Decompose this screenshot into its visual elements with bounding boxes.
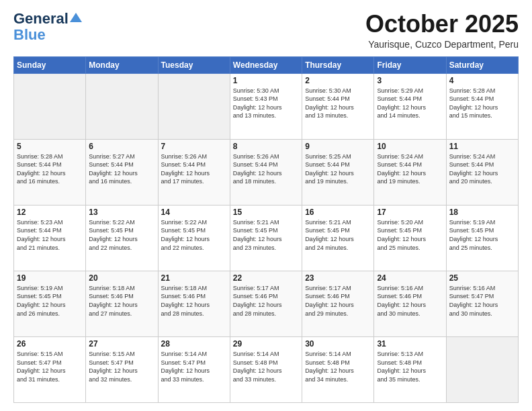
day-info: Sunrise: 5:21 AM Sunset: 5:45 PM Dayligh…: [305, 218, 371, 252]
calendar-week-1: 1Sunrise: 5:30 AM Sunset: 5:43 PM Daylig…: [14, 73, 519, 139]
location: Yaurisque, Cuzco Department, Peru: [365, 39, 519, 50]
day-number: 9: [305, 142, 371, 151]
day-info: Sunrise: 5:21 AM Sunset: 5:45 PM Dayligh…: [233, 218, 299, 252]
day-number: 7: [161, 142, 227, 151]
day-info: Sunrise: 5:19 AM Sunset: 5:45 PM Dayligh…: [17, 284, 83, 318]
calendar-cell: 3Sunrise: 5:29 AM Sunset: 5:44 PM Daylig…: [374, 73, 446, 139]
calendar-cell: 31Sunrise: 5:13 AM Sunset: 5:48 PM Dayli…: [374, 336, 446, 402]
day-info: Sunrise: 5:16 AM Sunset: 5:47 PM Dayligh…: [449, 284, 515, 318]
day-info: Sunrise: 5:17 AM Sunset: 5:46 PM Dayligh…: [305, 284, 371, 318]
weekday-header-saturday: Saturday: [446, 56, 518, 73]
day-number: 14: [161, 208, 227, 217]
calendar-week-2: 5Sunrise: 5:28 AM Sunset: 5:44 PM Daylig…: [14, 139, 519, 205]
day-number: 13: [89, 208, 154, 217]
calendar-cell: 11Sunrise: 5:24 AM Sunset: 5:44 PM Dayli…: [446, 139, 518, 205]
day-number: 26: [17, 339, 83, 349]
day-info: Sunrise: 5:13 AM Sunset: 5:48 PM Dayligh…: [377, 350, 443, 383]
day-number: 16: [305, 208, 371, 217]
calendar-cell: 18Sunrise: 5:19 AM Sunset: 5:45 PM Dayli…: [446, 205, 518, 271]
weekday-header-wednesday: Wednesday: [230, 56, 302, 73]
calendar-cell: 10Sunrise: 5:24 AM Sunset: 5:44 PM Dayli…: [374, 139, 446, 205]
day-number: 2: [305, 76, 371, 85]
calendar-cell: 4Sunrise: 5:28 AM Sunset: 5:44 PM Daylig…: [446, 73, 518, 139]
calendar-cell: 28Sunrise: 5:14 AM Sunset: 5:47 PM Dayli…: [158, 336, 230, 402]
calendar-week-5: 26Sunrise: 5:15 AM Sunset: 5:47 PM Dayli…: [14, 336, 519, 402]
calendar-cell: 6Sunrise: 5:27 AM Sunset: 5:44 PM Daylig…: [86, 139, 158, 205]
day-info: Sunrise: 5:27 AM Sunset: 5:44 PM Dayligh…: [89, 152, 154, 186]
day-info: Sunrise: 5:17 AM Sunset: 5:46 PM Dayligh…: [233, 284, 299, 318]
weekday-header-monday: Monday: [86, 56, 158, 73]
calendar-cell: 25Sunrise: 5:16 AM Sunset: 5:47 PM Dayli…: [446, 271, 518, 336]
day-info: Sunrise: 5:14 AM Sunset: 5:47 PM Dayligh…: [161, 350, 227, 383]
calendar-cell: 5Sunrise: 5:28 AM Sunset: 5:44 PM Daylig…: [14, 139, 86, 205]
day-number: 12: [17, 208, 83, 217]
calendar-cell: 1Sunrise: 5:30 AM Sunset: 5:43 PM Daylig…: [230, 73, 302, 139]
day-number: 5: [17, 142, 83, 151]
weekday-header-tuesday: Tuesday: [158, 56, 230, 73]
day-info: Sunrise: 5:26 AM Sunset: 5:44 PM Dayligh…: [161, 152, 227, 186]
day-info: Sunrise: 5:26 AM Sunset: 5:44 PM Dayligh…: [233, 152, 299, 186]
day-number: 11: [449, 142, 515, 151]
logo: General Blue: [13, 11, 82, 43]
day-number: 28: [161, 339, 227, 349]
day-info: Sunrise: 5:14 AM Sunset: 5:48 PM Dayligh…: [233, 350, 299, 383]
day-info: Sunrise: 5:15 AM Sunset: 5:47 PM Dayligh…: [89, 350, 154, 383]
day-number: 4: [449, 76, 515, 85]
day-info: Sunrise: 5:29 AM Sunset: 5:44 PM Dayligh…: [377, 87, 443, 120]
calendar-cell: 12Sunrise: 5:23 AM Sunset: 5:44 PM Dayli…: [14, 205, 86, 271]
day-number: 24: [377, 273, 443, 283]
day-info: Sunrise: 5:22 AM Sunset: 5:45 PM Dayligh…: [161, 218, 227, 252]
day-number: 17: [377, 208, 443, 217]
calendar-week-3: 12Sunrise: 5:23 AM Sunset: 5:44 PM Dayli…: [14, 205, 519, 271]
day-number: 10: [377, 142, 443, 151]
day-info: Sunrise: 5:23 AM Sunset: 5:44 PM Dayligh…: [17, 218, 83, 252]
day-info: Sunrise: 5:16 AM Sunset: 5:46 PM Dayligh…: [377, 284, 443, 318]
header: General Blue October 2025 Yaurisque, Cuz…: [13, 11, 519, 50]
calendar-cell: 19Sunrise: 5:19 AM Sunset: 5:45 PM Dayli…: [14, 271, 86, 336]
month-title: October 2025: [365, 11, 519, 38]
day-number: 20: [89, 273, 154, 283]
calendar-cell: [446, 336, 518, 402]
day-info: Sunrise: 5:18 AM Sunset: 5:46 PM Dayligh…: [161, 284, 227, 318]
day-number: 22: [233, 273, 299, 283]
day-info: Sunrise: 5:19 AM Sunset: 5:45 PM Dayligh…: [449, 218, 515, 252]
day-number: 19: [17, 273, 83, 283]
calendar-cell: 29Sunrise: 5:14 AM Sunset: 5:48 PM Dayli…: [230, 336, 302, 402]
weekday-header-row: SundayMondayTuesdayWednesdayThursdayFrid…: [14, 56, 519, 73]
day-info: Sunrise: 5:14 AM Sunset: 5:48 PM Dayligh…: [305, 350, 371, 383]
day-info: Sunrise: 5:15 AM Sunset: 5:47 PM Dayligh…: [17, 350, 83, 383]
logo-text-blue: Blue: [13, 27, 46, 43]
day-number: 30: [305, 339, 371, 349]
calendar-cell: 14Sunrise: 5:22 AM Sunset: 5:45 PM Dayli…: [158, 205, 230, 271]
day-number: 29: [233, 339, 299, 349]
calendar-cell: 27Sunrise: 5:15 AM Sunset: 5:47 PM Dayli…: [86, 336, 158, 402]
day-info: Sunrise: 5:30 AM Sunset: 5:44 PM Dayligh…: [305, 87, 371, 120]
day-number: 23: [305, 273, 371, 283]
weekday-header-sunday: Sunday: [14, 56, 86, 73]
title-area: October 2025 Yaurisque, Cuzco Department…: [365, 11, 519, 50]
calendar-week-4: 19Sunrise: 5:19 AM Sunset: 5:45 PM Dayli…: [14, 271, 519, 336]
day-info: Sunrise: 5:22 AM Sunset: 5:45 PM Dayligh…: [89, 218, 154, 252]
calendar-cell: 2Sunrise: 5:30 AM Sunset: 5:44 PM Daylig…: [302, 73, 374, 139]
day-info: Sunrise: 5:25 AM Sunset: 5:44 PM Dayligh…: [305, 152, 371, 186]
calendar-cell: 9Sunrise: 5:25 AM Sunset: 5:44 PM Daylig…: [302, 139, 374, 205]
calendar-cell: 15Sunrise: 5:21 AM Sunset: 5:45 PM Dayli…: [230, 205, 302, 271]
calendar-cell: 30Sunrise: 5:14 AM Sunset: 5:48 PM Dayli…: [302, 336, 374, 402]
day-info: Sunrise: 5:18 AM Sunset: 5:46 PM Dayligh…: [89, 284, 154, 318]
calendar-cell: 26Sunrise: 5:15 AM Sunset: 5:47 PM Dayli…: [14, 336, 86, 402]
calendar-cell: [158, 73, 230, 139]
day-number: 25: [449, 273, 515, 283]
day-info: Sunrise: 5:24 AM Sunset: 5:44 PM Dayligh…: [449, 152, 515, 186]
day-info: Sunrise: 5:20 AM Sunset: 5:45 PM Dayligh…: [377, 218, 443, 252]
day-info: Sunrise: 5:28 AM Sunset: 5:44 PM Dayligh…: [17, 152, 83, 186]
page: General Blue October 2025 Yaurisque, Cuz…: [0, 0, 532, 411]
day-info: Sunrise: 5:30 AM Sunset: 5:43 PM Dayligh…: [233, 87, 299, 120]
calendar-cell: 20Sunrise: 5:18 AM Sunset: 5:46 PM Dayli…: [86, 271, 158, 336]
day-number: 1: [233, 76, 299, 85]
day-number: 15: [233, 208, 299, 217]
calendar-cell: 21Sunrise: 5:18 AM Sunset: 5:46 PM Dayli…: [158, 271, 230, 336]
calendar-cell: 24Sunrise: 5:16 AM Sunset: 5:46 PM Dayli…: [374, 271, 446, 336]
calendar-cell: 17Sunrise: 5:20 AM Sunset: 5:45 PM Dayli…: [374, 205, 446, 271]
calendar-cell: 13Sunrise: 5:22 AM Sunset: 5:45 PM Dayli…: [86, 205, 158, 271]
day-number: 27: [89, 339, 154, 349]
